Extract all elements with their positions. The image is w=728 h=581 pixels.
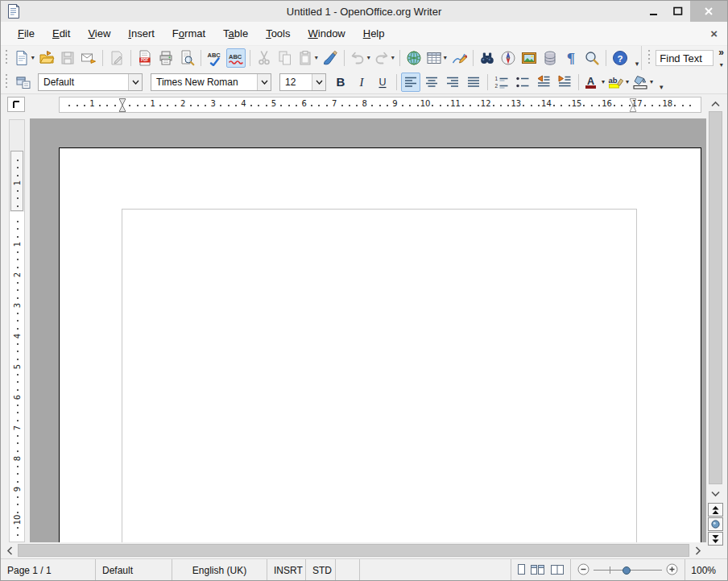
zoom-percentage-status[interactable]: 100% bbox=[685, 559, 727, 581]
auto-spellcheck-button[interactable]: ABC bbox=[226, 48, 246, 68]
horizontal-scroll-thumb[interactable] bbox=[18, 544, 689, 557]
document-close-icon[interactable]: × bbox=[710, 27, 718, 39]
scroll-up-icon[interactable] bbox=[707, 96, 724, 111]
justify-button[interactable] bbox=[464, 73, 483, 92]
find-toolbar-more-icon[interactable]: » bbox=[718, 48, 724, 57]
font-name-combobox[interactable]: Times New Roman bbox=[151, 73, 271, 91]
previous-page-button[interactable] bbox=[708, 503, 723, 517]
increase-indent-button[interactable] bbox=[555, 73, 574, 92]
menu-window[interactable]: Window bbox=[300, 24, 354, 43]
hyperlink-button[interactable] bbox=[404, 48, 424, 68]
book-view-button[interactable] bbox=[549, 563, 565, 579]
toolbar-grip[interactable] bbox=[4, 50, 8, 66]
table-button[interactable]: ▾ bbox=[425, 48, 448, 68]
right-indent-marker[interactable] bbox=[630, 98, 637, 113]
menu-format[interactable]: Format bbox=[163, 24, 214, 43]
tab-stop-selector-button[interactable] bbox=[7, 97, 25, 112]
dropdown-arrow-icon[interactable]: ▾ bbox=[602, 79, 605, 85]
font-color-button[interactable]: A▾ bbox=[583, 73, 606, 92]
vertical-scroll-track[interactable] bbox=[707, 111, 724, 486]
dropdown-arrow-icon[interactable]: ▾ bbox=[626, 79, 629, 85]
navigation-button[interactable] bbox=[708, 517, 723, 531]
toolbar-overflow-icon[interactable]: ▾ bbox=[635, 60, 639, 68]
menu-view[interactable]: View bbox=[79, 24, 119, 43]
bold-button[interactable]: B bbox=[331, 73, 350, 92]
horizontal-ruler[interactable]: 1234567891011121314151617181 bbox=[59, 97, 701, 113]
print-button[interactable] bbox=[156, 48, 176, 68]
horizontal-scrollbar[interactable] bbox=[1, 542, 706, 558]
find-toolbar-grip[interactable] bbox=[647, 50, 651, 66]
gallery-button[interactable] bbox=[519, 48, 539, 68]
combo-dropdown-button[interactable] bbox=[128, 74, 142, 90]
dropdown-arrow-icon[interactable]: ▾ bbox=[31, 55, 35, 61]
dropdown-arrow-icon[interactable]: ▾ bbox=[444, 55, 447, 61]
toolbar-overflow-icon[interactable]: ▾ bbox=[660, 83, 664, 91]
find-text-input[interactable] bbox=[656, 50, 714, 66]
maximize-button[interactable] bbox=[666, 1, 690, 22]
vertical-scroll-thumb[interactable] bbox=[709, 111, 722, 484]
selection-mode-status[interactable]: STD bbox=[306, 559, 336, 581]
page-number-status[interactable]: Page 1 / 1 bbox=[1, 559, 96, 581]
zoom-button[interactable] bbox=[582, 48, 602, 68]
menu-file[interactable]: File bbox=[9, 24, 43, 43]
font-size-combobox[interactable]: 12 bbox=[279, 73, 326, 91]
highlighting-button[interactable]: ab▾ bbox=[607, 73, 630, 92]
minimize-button[interactable] bbox=[642, 1, 666, 22]
close-button[interactable] bbox=[690, 1, 727, 22]
single-page-view-button[interactable] bbox=[516, 563, 527, 579]
modified-status[interactable] bbox=[336, 559, 360, 581]
scroll-right-icon[interactable] bbox=[689, 543, 706, 558]
find-replace-button[interactable] bbox=[478, 48, 497, 68]
zoom-slider-track[interactable] bbox=[594, 565, 662, 576]
scroll-left-icon[interactable] bbox=[1, 543, 18, 558]
spellcheck-button[interactable]: ABC bbox=[205, 48, 225, 68]
horizontal-scroll-track[interactable] bbox=[18, 542, 689, 558]
next-page-button[interactable] bbox=[708, 532, 723, 546]
align-right-button[interactable] bbox=[443, 73, 462, 92]
zoom-in-button[interactable] bbox=[666, 563, 678, 578]
navigator-button[interactable] bbox=[498, 48, 518, 68]
draw-functions-button[interactable] bbox=[449, 48, 469, 68]
align-left-button[interactable] bbox=[401, 73, 420, 92]
text-boundary[interactable] bbox=[122, 209, 637, 542]
menu-insert[interactable]: Insert bbox=[119, 24, 163, 43]
combo-dropdown-button[interactable] bbox=[257, 74, 271, 90]
language-status[interactable]: English (UK) bbox=[172, 559, 267, 581]
page-style-status[interactable]: Default bbox=[96, 559, 172, 581]
menu-help[interactable]: Help bbox=[354, 24, 394, 43]
bullets-button[interactable] bbox=[513, 73, 532, 92]
multi-page-view-button[interactable] bbox=[530, 563, 546, 579]
vertical-scrollbar[interactable] bbox=[707, 96, 724, 546]
left-indent-marker[interactable] bbox=[119, 98, 126, 113]
combo-dropdown-button[interactable] bbox=[312, 74, 325, 90]
menu-tools[interactable]: Tools bbox=[257, 24, 299, 43]
background-color-button[interactable]: ▾ bbox=[631, 73, 654, 92]
export-pdf-button[interactable]: PDF bbox=[135, 48, 155, 68]
nonprinting-characters-button[interactable]: ¶ bbox=[561, 48, 581, 68]
find-toolbar-dropdown-icon[interactable]: ▾ bbox=[720, 62, 723, 68]
scroll-down-icon[interactable] bbox=[707, 486, 724, 501]
decrease-indent-button[interactable] bbox=[534, 73, 553, 92]
vertical-ruler[interactable]: 123456789101 bbox=[9, 119, 25, 542]
help-button[interactable]: ? bbox=[610, 48, 630, 68]
italic-button[interactable]: I bbox=[352, 73, 371, 92]
zoom-out-button[interactable] bbox=[577, 563, 589, 578]
zoom-slider-thumb[interactable] bbox=[623, 566, 631, 575]
menu-edit[interactable]: Edit bbox=[43, 24, 79, 43]
page-preview-button[interactable] bbox=[177, 48, 196, 68]
paragraph-style-combobox[interactable]: Default bbox=[38, 73, 143, 91]
dropdown-arrow-icon[interactable]: ▾ bbox=[650, 79, 653, 85]
document-page[interactable] bbox=[59, 147, 701, 542]
menu-table[interactable]: Table bbox=[214, 24, 257, 43]
styles-and-formatting-button[interactable] bbox=[14, 73, 33, 92]
email-button[interactable] bbox=[79, 48, 98, 68]
align-center-button[interactable] bbox=[422, 73, 441, 92]
data-sources-button[interactable] bbox=[540, 48, 560, 68]
underline-button[interactable]: U bbox=[373, 73, 392, 92]
numbering-button[interactable]: 12 bbox=[492, 73, 511, 92]
open-folder-button[interactable] bbox=[37, 48, 56, 68]
toolbar-grip[interactable] bbox=[4, 74, 9, 90]
format-paintbrush-button[interactable] bbox=[321, 48, 340, 68]
insert-mode-status[interactable]: INSRT bbox=[267, 559, 306, 581]
new-document-button[interactable]: ▾ bbox=[13, 48, 35, 68]
